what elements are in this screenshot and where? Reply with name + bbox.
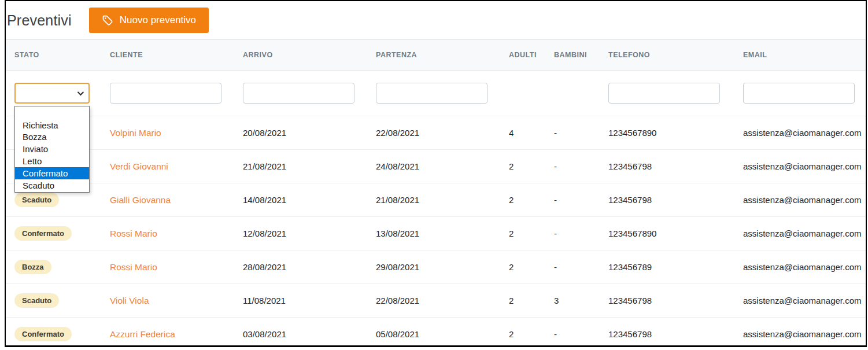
email-address: assistenza@ciaomanager.com [737, 150, 866, 183]
column-header-partenza: PARTENZA [370, 40, 503, 70]
column-header-email: EMAIL [737, 40, 866, 70]
departure-date: 05/08/2021 [370, 318, 503, 347]
status-dropdown-option[interactable]: Letto [15, 155, 89, 167]
email-address: assistenza@ciaomanager.com [737, 183, 866, 216]
phone-number: 123456789 [603, 250, 737, 283]
adults-count: 4 [503, 116, 548, 149]
table-header-row: STATO CLIENTE ARRIVO PARTENZA ADULTI BAM… [6, 39, 866, 71]
email-address: assistenza@ciaomanager.com [737, 250, 866, 283]
status-dropdown-option[interactable]: Inviato [15, 143, 89, 155]
phone-number: 1234567890 [603, 116, 737, 149]
adults-count: 2 [503, 183, 548, 216]
telefono-filter-input[interactable] [608, 83, 720, 104]
page-title: Preventivi [7, 12, 72, 29]
adults-count: 2 [503, 217, 548, 250]
adults-count: 2 [503, 318, 548, 347]
email-filter-input[interactable] [743, 83, 855, 104]
column-header-stato: STATO [9, 40, 104, 70]
table-row[interactable]: Scaduto Violi Viola 11/08/2021 22/08/202… [6, 283, 866, 317]
children-count: - [548, 183, 603, 216]
status-badge: Bozza [14, 260, 51, 275]
departure-date: 22/08/2021 [370, 284, 503, 317]
email-address: assistenza@ciaomanager.com [737, 116, 866, 149]
status-filter-select[interactable] [14, 83, 90, 104]
topbar: Preventivi Nuovo preventivo [6, 1, 866, 39]
adults-count: 2 [503, 250, 548, 283]
phone-number: 123456798 [603, 183, 737, 216]
arrival-date: 11/08/2021 [237, 284, 370, 317]
adults-count: 2 [503, 150, 548, 183]
tag-icon [102, 14, 113, 26]
column-header-bambini: BAMBINI [548, 40, 603, 70]
arrival-date: 12/08/2021 [237, 217, 370, 250]
phone-number: 123456798 [603, 284, 737, 317]
status-badge: Confermato [14, 226, 72, 241]
phone-number: 123456798 [603, 150, 737, 183]
bambini-filter-spacer [548, 71, 603, 116]
departure-date: 13/08/2021 [370, 217, 503, 250]
client-name-link[interactable]: Verdi Giovanni [104, 150, 237, 183]
column-header-adulti: ADULTI [503, 40, 548, 70]
column-header-telefono: TELEFONO [603, 40, 737, 70]
table-row[interactable]: Confermato Azzurri Federica 03/08/2021 0… [6, 317, 866, 347]
departure-date: 22/08/2021 [370, 116, 503, 149]
status-dropdown-option[interactable]: Bozza [15, 131, 89, 143]
children-count: - [548, 116, 603, 149]
status-dropdown-option[interactable]: Richiesta [15, 119, 89, 131]
table-body: Volpini Mario 20/08/2021 22/08/2021 4 - … [6, 116, 866, 347]
app-window: Preventivi Nuovo preventivo STATO CLIENT… [5, 0, 867, 347]
email-address: assistenza@ciaomanager.com [737, 318, 866, 347]
departure-date: 21/08/2021 [370, 183, 503, 216]
client-name-link[interactable]: Violi Viola [104, 284, 237, 317]
status-badge: Scaduto [14, 293, 59, 308]
table-row[interactable]: Volpini Mario 20/08/2021 22/08/2021 4 - … [6, 116, 866, 149]
phone-number: 1234567890 [603, 217, 737, 250]
column-header-cliente: CLIENTE [104, 40, 237, 70]
table-row[interactable]: Verdi Giovanni 21/08/2021 24/08/2021 2 -… [6, 149, 866, 183]
status-badge: Scaduto [14, 193, 59, 208]
phone-number: 123456798 [603, 318, 737, 347]
client-name-link[interactable]: Volpini Mario [104, 116, 237, 149]
chevron-down-icon [77, 89, 84, 95]
new-quote-button[interactable]: Nuovo preventivo [89, 8, 209, 33]
filter-row [6, 71, 866, 116]
client-name-link[interactable]: Gialli Giovanna [104, 183, 237, 216]
departure-date: 24/08/2021 [370, 150, 503, 183]
column-header-arrivo: ARRIVO [237, 40, 370, 70]
departure-date: 29/08/2021 [370, 250, 503, 283]
status-badge: Confermato [14, 327, 72, 342]
table-row[interactable]: Bozza Rossi Mario 28/08/2021 29/08/2021 … [6, 250, 866, 283]
children-count: 3 [548, 284, 603, 317]
arrival-date: 21/08/2021 [237, 150, 370, 183]
status-filter-dropdown: RichiestaBozzaInviatoLettoConfermatoScad… [14, 106, 90, 193]
partenza-filter-input[interactable] [376, 83, 487, 104]
children-count: - [548, 250, 603, 283]
arrival-date: 20/08/2021 [237, 116, 370, 149]
children-count: - [548, 217, 603, 250]
status-dropdown-option[interactable] [15, 107, 89, 119]
cliente-filter-input[interactable] [110, 83, 221, 104]
new-quote-button-label: Nuovo preventivo [120, 14, 196, 26]
client-name-link[interactable]: Azzurri Federica [104, 318, 237, 347]
table-row[interactable]: Scaduto Gialli Giovanna 14/08/2021 21/08… [6, 183, 866, 216]
arrivo-filter-input[interactable] [243, 83, 354, 104]
arrival-date: 03/08/2021 [237, 318, 370, 347]
adulti-filter-spacer [503, 71, 548, 116]
status-dropdown-option[interactable]: Confermato [15, 167, 89, 179]
email-address: assistenza@ciaomanager.com [737, 284, 866, 317]
children-count: - [548, 318, 603, 347]
children-count: - [548, 150, 603, 183]
table-row[interactable]: Confermato Rossi Mario 12/08/2021 13/08/… [6, 216, 866, 250]
email-address: assistenza@ciaomanager.com [737, 217, 866, 250]
arrival-date: 28/08/2021 [237, 250, 370, 283]
status-dropdown-option[interactable]: Scaduto [15, 179, 89, 191]
adults-count: 2 [503, 284, 548, 317]
arrival-date: 14/08/2021 [237, 183, 370, 216]
client-name-link[interactable]: Rossi Mario [104, 217, 237, 250]
client-name-link[interactable]: Rossi Mario [104, 250, 237, 283]
